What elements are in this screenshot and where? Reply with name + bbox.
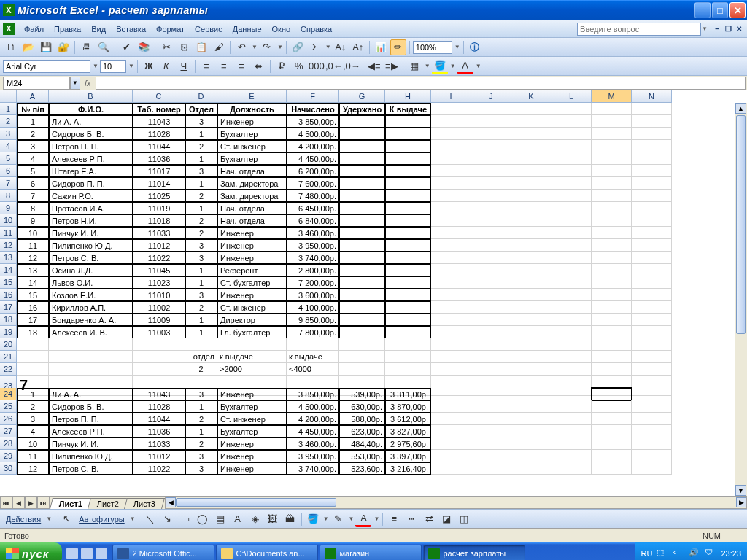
cell[interactable]	[431, 276, 471, 289]
cell[interactable]	[511, 177, 551, 190]
cell[interactable]: Ст. инженер	[217, 413, 287, 425]
cell[interactable]: 3 460,00р.	[287, 438, 339, 450]
rectangle-icon[interactable]: ▭	[177, 511, 193, 527]
cell[interactable]: Удержано	[339, 103, 385, 115]
cell[interactable]: Сажин Р.О.	[49, 190, 133, 202]
quick-launch-icon[interactable]	[66, 548, 78, 559]
cell[interactable]: G	[339, 90, 385, 103]
cell[interactable]: 10	[17, 227, 49, 239]
cell[interactable]: 11012	[133, 239, 185, 252]
drawing-icon[interactable]: ✏	[390, 39, 406, 55]
formula-input[interactable]	[96, 77, 746, 90]
cell[interactable]	[632, 152, 672, 165]
arrow-icon[interactable]: ↘	[160, 511, 176, 527]
cell[interactable]	[592, 165, 632, 177]
cell[interactable]	[471, 190, 511, 202]
cell[interactable]: 3	[185, 388, 217, 400]
cell[interactable]	[592, 239, 632, 252]
cell[interactable]: 16	[0, 289, 17, 301]
cell[interactable]	[592, 363, 632, 376]
quick-launch-icon[interactable]	[81, 548, 93, 559]
cell[interactable]: 3	[17, 413, 49, 425]
cell[interactable]	[185, 338, 217, 351]
cell[interactable]	[592, 413, 632, 425]
cell[interactable]	[431, 177, 471, 190]
cell[interactable]: 11	[17, 239, 49, 252]
cell[interactable]: Инженер	[217, 227, 287, 239]
cell[interactable]	[471, 239, 511, 252]
cell[interactable]	[551, 338, 592, 351]
cell[interactable]: 3	[0, 128, 17, 140]
cell[interactable]	[551, 264, 592, 276]
cell[interactable]: 7 200,00р.	[287, 276, 339, 289]
cell[interactable]: 3 950,00р.	[287, 450, 339, 462]
cell[interactable]: 2	[185, 214, 217, 227]
cell[interactable]: 11010	[133, 289, 185, 301]
active-cell[interactable]	[592, 388, 632, 400]
arrow-style-icon[interactable]: ⇄	[421, 511, 437, 527]
vscroll-thumb[interactable]	[736, 115, 746, 334]
cell[interactable]: 7 800,00р.	[287, 326, 339, 338]
cell[interactable]: 3 740,00р.	[287, 252, 339, 264]
cell[interactable]: 3 950,00р.	[287, 239, 339, 252]
cell[interactable]	[551, 140, 592, 152]
cell[interactable]	[431, 152, 471, 165]
cell[interactable]: <4000	[287, 363, 339, 376]
cell[interactable]: 24	[0, 388, 17, 400]
cell[interactable]: 484,40р.	[339, 438, 385, 450]
hyperlink-icon[interactable]: 🔗	[290, 39, 306, 55]
cell[interactable]: Протасов И.А.	[49, 202, 133, 214]
cell[interactable]: 1	[0, 103, 17, 115]
cell[interactable]	[632, 165, 672, 177]
cell[interactable]: 3 600,00р.	[287, 289, 339, 301]
cell[interactable]: E	[217, 90, 287, 103]
cell[interactable]	[551, 462, 592, 475]
cell[interactable]: 11009	[133, 314, 185, 326]
autoshapes-menu[interactable]: Автофигуры	[76, 515, 128, 524]
open-icon[interactable]: 📂	[20, 39, 36, 55]
cell[interactable]: 3	[185, 252, 217, 264]
cell[interactable]	[339, 252, 385, 264]
cell[interactable]	[592, 338, 632, 351]
cell[interactable]: 3 850,00р.	[287, 115, 339, 128]
cell[interactable]	[385, 239, 431, 252]
minimize-button[interactable]: _	[694, 2, 711, 18]
cell[interactable]	[431, 338, 471, 351]
increase-indent-icon[interactable]: ≡▶	[384, 58, 400, 74]
cell[interactable]	[385, 227, 431, 239]
cell[interactable]: 4 500,00р.	[287, 128, 339, 140]
cell[interactable]	[339, 276, 385, 289]
sort-desc-icon[interactable]: A↑	[350, 39, 366, 55]
cell[interactable]: 11044	[133, 140, 185, 152]
cell[interactable]	[431, 462, 471, 475]
cell[interactable]: 18	[17, 326, 49, 338]
cell[interactable]: 2	[185, 190, 217, 202]
cell[interactable]: 630,00р.	[339, 400, 385, 413]
cell[interactable]: 6 450,00р.	[287, 202, 339, 214]
sheet-tab-3[interactable]: Лист3	[124, 498, 165, 509]
cell[interactable]: H	[385, 90, 431, 103]
cell[interactable]: 11033	[133, 438, 185, 450]
cell[interactable]: 3	[17, 140, 49, 152]
cell[interactable]	[511, 363, 551, 376]
excel-mini-icon[interactable]: X	[3, 23, 15, 35]
cell[interactable]: Ст. инженер	[217, 301, 287, 314]
cell[interactable]	[511, 190, 551, 202]
cell[interactable]: 3	[185, 239, 217, 252]
cell[interactable]: 3 827,00р.	[385, 425, 431, 438]
cell[interactable]	[339, 351, 385, 363]
cell[interactable]: 14	[17, 276, 49, 289]
cell[interactable]	[471, 252, 511, 264]
cell[interactable]: 17	[17, 314, 49, 326]
cell[interactable]: 16	[17, 301, 49, 314]
increase-decimal-icon[interactable]: ,0←	[326, 58, 342, 74]
cell[interactable]: C	[133, 90, 185, 103]
cell[interactable]	[632, 289, 672, 301]
cell[interactable]	[385, 128, 431, 140]
cell[interactable]	[511, 400, 551, 413]
cell[interactable]: 5	[0, 152, 17, 165]
cell[interactable]	[339, 177, 385, 190]
cell[interactable]: 12	[17, 252, 49, 264]
cell[interactable]	[431, 214, 471, 227]
fx-icon[interactable]: fx	[85, 79, 91, 88]
